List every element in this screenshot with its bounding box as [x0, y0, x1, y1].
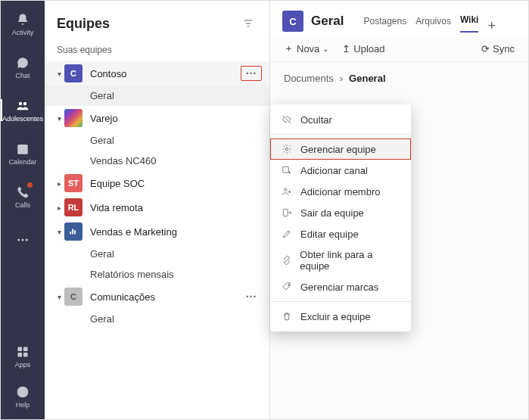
- menu-label: Excluir a equipe: [300, 311, 371, 322]
- section-label: Suas equipes: [45, 40, 269, 61]
- rail-chat[interactable]: Chat: [1, 47, 45, 87]
- rail-more[interactable]: [1, 219, 45, 260]
- svg-point-1: [22, 238, 24, 241]
- team-avatar: [64, 109, 82, 127]
- chevron-down-icon: ▾: [54, 70, 64, 78]
- breadcrumb-root[interactable]: Documents: [284, 73, 334, 84]
- team-row[interactable]: ▾ C Comunicações ···: [45, 285, 269, 309]
- menu-add-member[interactable]: Adicionar membro: [270, 181, 411, 202]
- menu-delete-team[interactable]: Excluir a equipe: [270, 306, 411, 327]
- team-name: Varejo: [90, 113, 262, 124]
- sync-label: Sync: [493, 43, 515, 54]
- bell-icon: [15, 12, 30, 27]
- rail-help[interactable]: Help: [1, 376, 45, 416]
- filter-button[interactable]: [239, 14, 257, 33]
- team-more-button[interactable]: ···: [241, 66, 262, 81]
- chevron-down-icon: ▾: [54, 293, 64, 301]
- link-icon: [281, 254, 292, 266]
- channel-row[interactable]: Geral: [45, 309, 269, 329]
- team-name: Comunicações: [90, 291, 241, 303]
- calendar-icon: [15, 142, 30, 157]
- leave-icon: [281, 207, 293, 219]
- svg-point-0: [17, 238, 20, 241]
- svg-rect-12: [283, 209, 288, 216]
- rail-label: Activity: [12, 29, 34, 36]
- tag-icon: [281, 281, 293, 293]
- menu-add-channel[interactable]: Adicionar canal: [270, 160, 411, 181]
- channel-row[interactable]: Relatórios mensais: [45, 264, 269, 285]
- new-button[interactable]: ＋ Nova ⌄: [284, 42, 328, 55]
- channel-row[interactable]: Vendas NC460: [45, 151, 269, 171]
- rail-activity[interactable]: Activity: [1, 4, 45, 44]
- file-toolbar: ＋ Nova ⌄ ↥ Upload ⟳ Sync: [270, 36, 528, 62]
- menu-label: Ocultar: [300, 114, 332, 126]
- team-avatar: [64, 222, 82, 241]
- svg-point-2: [26, 238, 28, 241]
- channel-row[interactable]: Geral: [45, 244, 269, 264]
- menu-label: Adicionar membro: [300, 186, 381, 198]
- rail-apps[interactable]: Apps: [1, 336, 45, 376]
- channel-avatar: C: [282, 11, 303, 32]
- menu-label: Editar equipe: [300, 229, 359, 240]
- help-icon: [15, 384, 30, 400]
- sync-icon: ⟳: [481, 43, 490, 54]
- chevron-right-icon: ›: [340, 73, 343, 84]
- channel-header: C Geral Postagens Arquivos Wiki +: [270, 1, 528, 36]
- team-row[interactable]: ▾ Varejo: [45, 106, 269, 130]
- upload-button[interactable]: ↥ Upload: [342, 43, 384, 54]
- breadcrumb: Documents › General: [270, 62, 528, 95]
- rail-label: Adolescentes: [2, 115, 43, 123]
- tab-wiki[interactable]: Wiki: [460, 10, 479, 33]
- channel-row[interactable]: Geral: [45, 86, 269, 106]
- team-name: Equipe SOC: [90, 178, 262, 189]
- rail-calls[interactable]: Calls: [1, 176, 45, 216]
- upload-label: Upload: [353, 43, 384, 54]
- team-more-button[interactable]: ···: [241, 289, 262, 304]
- menu-label: Gerenciar equipe: [300, 144, 376, 155]
- menu-label: Obter link para a equipe: [300, 249, 400, 272]
- team-row-contoso[interactable]: ▾ C Contoso ···: [45, 61, 269, 86]
- channel-tabs: Postagens Arquivos Wiki +: [363, 10, 495, 33]
- sync-button[interactable]: ⟳ Sync: [481, 43, 515, 54]
- teams-list[interactable]: Suas equipes ▾ C Contoso ··· Geral ▾ Var…: [45, 40, 269, 419]
- menu-hide[interactable]: Ocultar: [270, 109, 411, 130]
- channel-row[interactable]: Geral: [45, 130, 269, 151]
- team-avatar: C: [64, 64, 82, 82]
- rail-calendar[interactable]: Calendar: [1, 133, 45, 173]
- menu-manage-team[interactable]: Gerenciar equipe: [270, 138, 411, 160]
- team-row[interactable]: ▸ ST Equipe SOC: [45, 171, 269, 195]
- tab-files[interactable]: Arquivos: [415, 11, 451, 33]
- team-avatar: ST: [64, 174, 82, 192]
- rail-label: Chat: [15, 72, 30, 79]
- rail-label: Calls: [15, 201, 30, 209]
- team-row[interactable]: ▾ Vendas e Marketing: [45, 219, 269, 244]
- chevron-down-icon: ▾: [54, 228, 64, 236]
- svg-point-8: [22, 394, 23, 395]
- menu-separator: [270, 134, 411, 135]
- team-avatar: C: [64, 288, 82, 306]
- add-channel-icon: [281, 164, 293, 176]
- chevron-right-icon: ▸: [54, 204, 64, 212]
- chevron-right-icon: ▸: [54, 179, 64, 188]
- menu-manage-tags[interactable]: Gerenciar marcas: [270, 276, 411, 297]
- gear-icon: [281, 143, 293, 155]
- teams-icon: [15, 98, 30, 114]
- add-tab-button[interactable]: +: [487, 19, 496, 33]
- rail-teams[interactable]: Adolescentes: [1, 90, 45, 130]
- menu-leave-team[interactable]: Sair da equipe: [270, 202, 411, 223]
- chart-icon: [68, 226, 79, 237]
- notification-dot-icon: [27, 182, 33, 188]
- svg-rect-6: [24, 353, 28, 356]
- tab-posts[interactable]: Postagens: [363, 11, 406, 33]
- menu-separator: [270, 301, 411, 302]
- menu-label: Sair da equipe: [300, 207, 364, 219]
- menu-label: Gerenciar marcas: [300, 282, 378, 293]
- menu-get-link[interactable]: Obter link para a equipe: [270, 244, 411, 276]
- upload-icon: ↥: [342, 43, 350, 54]
- teams-title: Equipes: [57, 16, 110, 32]
- app-rail: Activity Chat Adolescentes Calendar Call…: [1, 1, 45, 419]
- svg-point-9: [285, 148, 288, 151]
- breadcrumb-current: General: [349, 73, 385, 84]
- menu-edit-team[interactable]: Editar equipe: [270, 223, 411, 244]
- team-row[interactable]: ▸ RL Vida remota: [45, 195, 269, 219]
